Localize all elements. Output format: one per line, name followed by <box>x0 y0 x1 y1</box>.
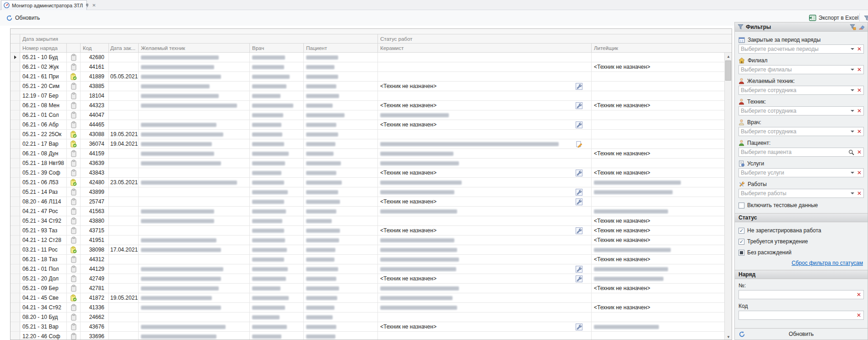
code-cell[interactable]: 18104 <box>81 91 109 101</box>
order-number-cell[interactable]: 06.21 - 01 Пол <box>20 264 67 274</box>
ceramist-cell[interactable] <box>378 284 592 293</box>
patient-cell[interactable] <box>304 245 378 255</box>
close-date-cell[interactable] <box>109 284 139 293</box>
code-cell[interactable]: 41951 <box>81 236 109 245</box>
patient-cell[interactable] <box>304 62 378 72</box>
close-date-cell[interactable] <box>109 216 139 226</box>
doctor-cell[interactable] <box>250 62 304 72</box>
order-number-cell[interactable]: 05.21 - 20 Сим <box>20 82 67 91</box>
caster-cell[interactable] <box>592 293 732 303</box>
wrench-icon[interactable] <box>575 82 582 90</box>
close-date-cell[interactable] <box>109 236 139 245</box>
patient-cell[interactable] <box>304 120 378 130</box>
patient-cell[interactable] <box>304 149 378 159</box>
tab-monitor[interactable]: Монитор администратора ЗТЛ ✕ <box>1 0 87 10</box>
patient-cell[interactable] <box>304 236 378 245</box>
caster-cell[interactable] <box>592 72 732 82</box>
ceramist-cell[interactable]: <Техник не назначен> <box>378 168 592 178</box>
close-date-cell[interactable] <box>109 332 139 340</box>
caster-cell[interactable] <box>592 120 732 130</box>
code-cell[interactable]: 38098 <box>81 245 109 255</box>
close-date-cell[interactable] <box>109 120 139 130</box>
ceramist-cell[interactable]: <Техник не назначен> <box>378 274 592 284</box>
caster-cell[interactable] <box>592 139 732 149</box>
wrench-icon[interactable] <box>575 323 582 330</box>
desired-tech-cell[interactable] <box>139 236 250 245</box>
close-date-cell[interactable] <box>109 53 139 62</box>
order-number-cell[interactable]: 05.21 - 18 Нвт98 <box>20 159 67 168</box>
checkbox-icon[interactable]: ✓ <box>739 239 744 245</box>
code-cell[interactable]: 36074 <box>81 139 109 149</box>
caster-cell[interactable] <box>592 207 732 216</box>
column-header-code[interactable]: Код <box>81 44 109 53</box>
wrench-icon[interactable] <box>575 198 582 205</box>
code-cell[interactable]: 43676 <box>81 322 109 332</box>
caster-cell[interactable] <box>592 178 732 187</box>
doctor-cell[interactable] <box>250 72 304 82</box>
order-number-cell[interactable]: 05.21 - 06 Л53 <box>20 178 67 187</box>
caster-cell[interactable]: <Техник не назначен> <box>592 216 732 226</box>
table-row[interactable]: 05.21 - 20 Дол42749<Техник не назначен> <box>11 274 732 284</box>
table-row[interactable]: 05.21 - 39 Соф43843<Техник не назначен><… <box>11 168 732 178</box>
doctor-cell[interactable] <box>250 274 304 284</box>
caster-cell[interactable] <box>592 91 732 101</box>
caster-cell[interactable] <box>592 82 732 91</box>
ceramist-cell[interactable] <box>378 236 592 245</box>
doctor-cell[interactable] <box>250 303 304 313</box>
table-row[interactable]: 05.21 - 93 Таз43715<Техник не назначен><… <box>11 226 732 236</box>
close-date-cell[interactable] <box>109 226 139 236</box>
close-date-cell[interactable] <box>109 197 139 207</box>
close-date-cell[interactable]: 17.04.2021 <box>109 245 139 255</box>
order-number-cell[interactable]: 04.21 - 61 При <box>20 72 67 82</box>
desired-tech-cell[interactable] <box>139 274 250 284</box>
close-date-cell[interactable] <box>109 207 139 216</box>
patient-cell[interactable] <box>304 197 378 207</box>
order-number-cell[interactable]: 05.21 - 10 Буд <box>20 53 67 62</box>
code-cell[interactable]: 43880 <box>81 216 109 226</box>
ceramist-cell[interactable] <box>378 245 592 255</box>
order-number-cell[interactable]: 12.20 - 46 Соф <box>20 332 67 340</box>
patient-cell[interactable] <box>304 130 378 139</box>
caster-cell[interactable] <box>592 322 732 332</box>
scroll-down-icon[interactable]: ▼ <box>725 333 732 340</box>
desired-tech-cell[interactable] <box>139 245 250 255</box>
desired-tech-cell[interactable] <box>139 264 250 274</box>
order-number-cell[interactable]: 04.21 - 12 Ст28 <box>20 236 67 245</box>
desired-tech-cell[interactable] <box>139 313 250 322</box>
ceramist-cell[interactable] <box>378 207 592 216</box>
desired-tech-cell[interactable] <box>139 178 250 187</box>
doctor-cell[interactable] <box>250 130 304 139</box>
doctor-cell[interactable] <box>250 110 304 120</box>
close-date-cell[interactable] <box>109 149 139 159</box>
desired-tech-cell[interactable] <box>139 53 250 62</box>
ceramist-cell[interactable] <box>378 159 592 168</box>
doctor-cell[interactable] <box>250 264 304 274</box>
caster-cell[interactable] <box>592 159 732 168</box>
table-row[interactable]: 06.21 - 18 Таз44312<Техник не назначен> <box>11 255 732 264</box>
caster-cell[interactable] <box>592 332 732 340</box>
desired-tech-cell[interactable] <box>139 72 250 82</box>
doctor-cell[interactable] <box>250 255 304 264</box>
patient-cell[interactable] <box>304 284 378 293</box>
doctor-cell[interactable] <box>250 293 304 303</box>
code-cell[interactable]: 42781 <box>81 284 109 293</box>
band-work-status[interactable]: Статус работ <box>378 34 732 44</box>
checkbox-без-расхождений[interactable]: Без расхождений <box>739 247 864 258</box>
order-number-cell[interactable]: 08.20 - 46 Л114 <box>20 197 67 207</box>
column-header-desired-tech[interactable]: Желаемый техник <box>139 44 250 53</box>
doctor-cell[interactable] <box>250 332 304 340</box>
doctor-cell[interactable] <box>250 284 304 293</box>
chevron-down-icon[interactable] <box>851 69 854 71</box>
caster-cell[interactable]: <Техник не назначен> <box>592 284 732 293</box>
table-row[interactable]: 05.21 - 34 Ст9243880<Техник не назначен> <box>11 216 732 226</box>
code-cell[interactable]: 43639 <box>81 159 109 168</box>
caster-cell[interactable] <box>592 187 732 197</box>
checkbox-icon[interactable]: ✓ <box>739 228 744 234</box>
reset-status-filter-link[interactable]: Сброс фильтра по статусам <box>792 260 863 266</box>
order-number-input[interactable]: ✕ <box>739 290 864 299</box>
scroll-up-icon[interactable]: ▲ <box>725 53 732 60</box>
doctor-cell[interactable] <box>250 53 304 62</box>
table-row[interactable]: 06.21 - 02 Жук44161<Техник не назначен> <box>11 62 732 72</box>
code-cell[interactable]: 44129 <box>81 264 109 274</box>
patient-cell[interactable] <box>304 226 378 236</box>
